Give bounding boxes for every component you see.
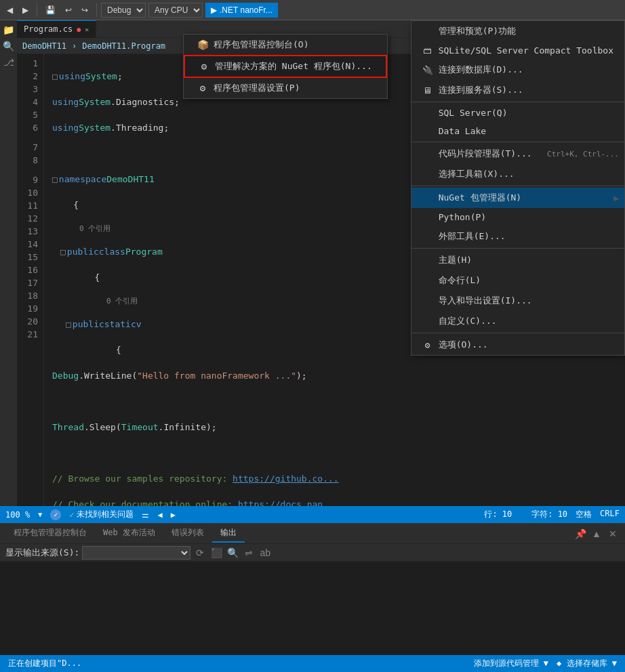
menu-sep-1 — [411, 102, 624, 102]
menu-python[interactable]: Python(P) — [411, 208, 624, 226]
row-col-label: 行: 10 字符: 10 — [484, 509, 567, 520]
menu-sep-4 — [411, 248, 624, 249]
space-label: 空格 — [576, 509, 592, 520]
zoom-dropdown-icon[interactable]: ▼ — [38, 511, 42, 518]
tab-program-cs[interactable]: Program.cs ● ✕ — [17, 20, 96, 38]
options-icon: ⚙ — [422, 340, 433, 350]
menu-command-line[interactable]: 命令行(L) — [411, 270, 624, 291]
breadcrumb-class[interactable]: DemoDHT11.Program — [82, 41, 165, 51]
problem-check[interactable]: ✓ 未找到相关问题 — [69, 509, 134, 520]
left-sidebar: 📁 🔍 ⎇ — [0, 20, 17, 506]
menu-sep-3 — [411, 186, 624, 186]
tab-web-publish[interactable]: Web 发布活动 — [95, 524, 163, 543]
encoding-label: CRLF — [600, 509, 620, 520]
output-clear-btn[interactable]: ⟳ — [193, 546, 207, 560]
check-icon: ✓ — [69, 510, 74, 520]
toolbar-sep-2 — [96, 3, 97, 17]
menu-import-export[interactable]: 导入和导出设置(I)... — [411, 291, 624, 311]
bottom-status-right: 添加到源代码管理 ▼ ◆ 选择存储库 ▼ — [474, 658, 617, 669]
manage-nuget-icon: ⚙ — [199, 61, 209, 72]
undo-btn[interactable]: ↩ — [61, 3, 76, 18]
menu-connect-server[interactable]: 🖥 连接到服务器(S)... — [411, 80, 624, 100]
panel-expand-btn[interactable]: ▲ — [590, 527, 603, 541]
source-control-btn[interactable]: 添加到源代码管理 ▼ — [474, 658, 548, 669]
nav-arrow-left[interactable]: ◀ — [157, 510, 162, 520]
build-status: 正在创建项目"D... — [8, 658, 81, 669]
menu-sqlite[interactable]: 🗃 SQLite/SQL Server Compact Toolbox — [411, 41, 624, 60]
menu-theme[interactable]: 主题(H) — [411, 250, 624, 270]
menu-sql-server[interactable]: SQL Server(Q) — [411, 104, 624, 122]
tools-menu: 管理和预览(P)功能 🗃 SQLite/SQL Server Compact T… — [411, 20, 625, 356]
output-stop-btn[interactable]: ⬛ — [209, 546, 223, 560]
toolbar: ◀ ▶ 💾 ↩ ↪ Debug Any CPU ▶ .NET nanoFr... — [0, 0, 625, 20]
bottom-status: 正在创建项目"D... 添加到源代码管理 ▼ ◆ 选择存储库 ▼ — [0, 655, 625, 672]
menu-sep-5 — [411, 333, 624, 333]
repo-select-btn[interactable]: ◆ 选择存储库 ▼ — [557, 658, 617, 669]
menu-toolbox[interactable]: 选择工具箱(X)... — [411, 164, 624, 184]
output-wrap-btn[interactable]: ⇌ — [242, 546, 256, 560]
menu-external-tools[interactable]: 外部工具(E)... — [411, 226, 624, 247]
sidebar-explorer-icon[interactable]: 📁 — [2, 23, 16, 37]
tab-label: Program.cs — [24, 24, 73, 34]
menu-manage-preview[interactable]: 管理和预览(P)功能 — [411, 21, 624, 41]
source-select[interactable] — [82, 546, 190, 560]
start-debug-btn[interactable]: ▶ .NET nanoFr... — [205, 3, 278, 18]
tab-package-console[interactable]: 程序包管理器控制台 — [5, 524, 95, 543]
menu-nuget[interactable]: NuGet 包管理器(N) ▶ — [411, 188, 624, 208]
output-panel: 程序包管理器控制台 Web 发布活动 错误列表 输出 📌 ▲ ✕ 显示输出来源(… — [0, 523, 625, 655]
menu-snippet-manager[interactable]: 代码片段管理器(T)... Ctrl+K, Ctrl-... — [411, 144, 624, 164]
output-search-btn[interactable]: 🔍 — [226, 546, 239, 560]
sidebar-git-icon[interactable]: ⎇ — [2, 56, 16, 69]
back-btn[interactable]: ◀ — [3, 3, 17, 18]
status-bar-right: 行: 10 字符: 10 空格 CRLF — [484, 509, 620, 520]
connect-server-icon: 🖥 — [422, 85, 433, 96]
nav-arrow-right[interactable]: ▶ — [171, 510, 176, 520]
nuget-submenu: 📦 程序包管理器控制台(O) ⚙ 管理解决方案的 NuGet 程序包(N)...… — [183, 34, 388, 99]
line-numbers: 1 2 3 4 5 6 7 8 9 10 11 12 13 14 15 — [17, 54, 44, 506]
tab-error-list[interactable]: 错误列表 — [163, 524, 212, 543]
sqlite-icon: 🗃 — [422, 45, 433, 56]
save-btn[interactable]: 💾 — [41, 3, 60, 18]
toolbar-nav-group: ◀ ▶ — [3, 3, 33, 18]
tab-modified: ● — [77, 26, 81, 33]
connect-db-icon: 🔌 — [422, 65, 433, 75]
submenu-item-package-console[interactable]: 📦 程序包管理器控制台(O) — [184, 35, 387, 55]
panel-close-btn[interactable]: ✕ — [606, 527, 620, 541]
panel-controls: 📌 ▲ ✕ — [573, 527, 620, 541]
output-content — [0, 562, 625, 655]
menu-data-lake[interactable]: Data Lake — [411, 122, 624, 140]
toolbar-sep-1 — [37, 3, 37, 17]
output-toggle-btn[interactable]: ab — [258, 546, 272, 560]
intellicode-icon: ✓ — [50, 509, 61, 520]
toolbar-file-group: 💾 ↩ ↪ — [41, 3, 92, 18]
tab-output[interactable]: 输出 — [212, 524, 245, 543]
submenu-item-package-settings[interactable]: ⚙ 程序包管理器设置(P) — [184, 78, 387, 98]
package-console-icon: 📦 — [197, 39, 208, 50]
menu-sep-2 — [411, 142, 624, 142]
git-merge-icon: ⚌ — [142, 510, 149, 520]
zoom-level[interactable]: 100 % — [5, 510, 30, 520]
check-label: 未找到相关问题 — [77, 509, 134, 520]
breadcrumb-project[interactable]: DemoDHT11 — [22, 41, 66, 51]
menu-options[interactable]: ⚙ 选项(O)... — [411, 335, 624, 355]
tab-close-btn[interactable]: ✕ — [85, 26, 89, 33]
debug-config-dropdown[interactable]: Debug — [101, 3, 146, 18]
submenu-item-manage-nuget[interactable]: ⚙ 管理解决方案的 NuGet 程序包(N)... — [184, 55, 387, 78]
cpu-dropdown[interactable]: Any CPU — [148, 3, 203, 18]
menu-connect-db[interactable]: 🔌 连接到数据库(D)... — [411, 60, 624, 80]
status-bar: 100 % ▼ ✓ ✓ 未找到相关问题 ⚌ ◀ ▶ 行: 10 字符: 10 空… — [0, 506, 625, 523]
play-icon: ▶ — [211, 5, 217, 15]
forward-btn[interactable]: ▶ — [18, 3, 33, 18]
output-toolbar: 显示输出来源(S): ⟳ ⬛ 🔍 ⇌ ab — [0, 544, 625, 562]
source-label: 显示输出来源(S): — [5, 547, 79, 559]
package-settings-icon: ⚙ — [197, 83, 208, 93]
menu-customize[interactable]: 自定义(C)... — [411, 311, 624, 331]
output-tabs: 程序包管理器控制台 Web 发布活动 错误列表 输出 📌 ▲ ✕ — [0, 524, 625, 544]
panel-pin-btn[interactable]: 📌 — [573, 527, 587, 541]
redo-btn[interactable]: ↪ — [77, 3, 92, 18]
sidebar-search-icon[interactable]: 🔍 — [2, 39, 16, 53]
